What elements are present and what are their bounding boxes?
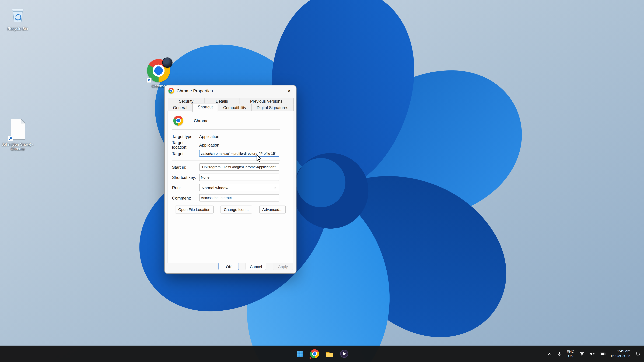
language-indicator[interactable]: ENG US (567, 350, 575, 358)
taskbar-center-icons (293, 347, 351, 361)
dialog-button-bar: OK Cancel Apply (218, 263, 293, 270)
desktop-icon-john-chrome[interactable]: John (Jon Snow) - Chrome (2, 118, 34, 151)
tab-strip-back-row: Security Details Previous Versions (168, 98, 293, 104)
tab-general[interactable]: General (168, 104, 193, 111)
divider (172, 129, 280, 130)
taskbar-chrome-button[interactable] (308, 347, 321, 361)
file-explorer-icon (325, 349, 334, 358)
target-location-label: Target location: (172, 140, 199, 149)
chevron-up-icon (547, 351, 552, 357)
notification-bell-icon (635, 351, 641, 357)
tab-digital-signatures[interactable]: Digital Signatures (251, 104, 294, 111)
icon-label: Recycle Bin (7, 26, 28, 31)
microphone-tray-button[interactable] (557, 346, 562, 362)
battery-icon (600, 351, 606, 357)
close-button[interactable]: ✕ (282, 85, 296, 96)
wifi-icon (579, 351, 585, 357)
battery-tray-button[interactable] (600, 346, 606, 362)
start-button[interactable] (293, 347, 306, 361)
shortcut-key-label: Shortcut key: (172, 175, 199, 180)
icon-label: Chrome (152, 84, 166, 88)
speaker-icon (590, 351, 595, 357)
target-input[interactable] (199, 150, 279, 157)
desktop-icon-chrome[interactable]: Chrome (144, 59, 172, 88)
taskbar-file-explorer-button[interactable] (323, 347, 336, 361)
run-dropdown-value: Normal window (202, 185, 228, 190)
start-in-label: Start in: (172, 165, 199, 169)
chrome-logo-icon (173, 116, 183, 126)
run-dropdown[interactable]: Normal window (199, 184, 279, 191)
comment-input[interactable] (199, 194, 279, 201)
icon-label: John (Jon Snow) - Chrome (2, 142, 34, 151)
tab-previous-versions[interactable]: Previous Versions (239, 98, 294, 104)
region-code: US (567, 354, 575, 358)
open-file-location-button[interactable]: Open File Location (175, 206, 214, 214)
taskbar: ENG US (0, 346, 644, 362)
taskbar-media-player-button[interactable] (338, 347, 351, 361)
microphone-icon (557, 351, 562, 357)
cancel-button[interactable]: Cancel (246, 263, 266, 270)
comment-label: Comment: (172, 196, 199, 200)
wallpaper-bloom (0, 0, 644, 362)
language-code: ENG (567, 350, 575, 354)
desktop: Recycle Bin Chrome John (Jon Snow) - Chr… (0, 0, 644, 362)
shortcut-key-input[interactable] (199, 174, 279, 181)
target-type-label: Target type: (172, 134, 199, 138)
clock[interactable]: 1:49 am 16 Oct 2025 (610, 349, 630, 359)
taskbar-system-tray: ENG US (547, 346, 641, 362)
time-text: 1:49 am (610, 349, 630, 354)
chrome-properties-dialog: Chrome Properties ✕ Security Details Pre… (164, 85, 296, 274)
recycle-bin-icon (8, 5, 27, 25)
desktop-icon-recycle-bin[interactable]: Recycle Bin (5, 5, 30, 31)
ok-button[interactable]: OK (218, 263, 239, 270)
notification-badge (309, 357, 312, 359)
tab-shortcut[interactable]: Shortcut (192, 103, 218, 112)
chrome-logo-icon (168, 88, 174, 93)
target-location-value: Application (199, 143, 219, 147)
tray-overflow-button[interactable] (547, 346, 552, 362)
start-in-input[interactable] (199, 163, 279, 171)
advanced-button[interactable]: Advanced... (259, 206, 286, 214)
target-type-value: Application (199, 134, 219, 138)
date-text: 16 Oct 2025 (610, 354, 630, 359)
tab-compatibility[interactable]: Compatibility (218, 104, 252, 111)
shortcut-tab-page: Target type: Application Target location… (168, 111, 293, 263)
divider (172, 160, 280, 160)
tab-strip-front-row: General Shortcut Compatibility Digital S… (168, 104, 293, 111)
target-label: Target: (172, 151, 199, 156)
dialog-titlebar[interactable]: Chrome Properties (165, 85, 296, 96)
notification-center-button[interactable] (635, 346, 641, 362)
volume-tray-button[interactable] (590, 346, 595, 362)
windows-start-icon (296, 350, 304, 358)
network-tray-button[interactable] (579, 346, 585, 362)
shortcut-name-field[interactable] (193, 118, 263, 123)
run-label: Run: (172, 185, 199, 190)
media-player-icon (340, 349, 349, 358)
dialog-title: Chrome Properties (176, 88, 213, 93)
change-icon-button[interactable]: Change Icon... (220, 206, 252, 214)
shortcut-arrow-icon (146, 78, 152, 83)
shortcut-arrow-icon (8, 136, 13, 141)
apply-button: Apply (273, 263, 293, 270)
profile-avatar-badge (162, 57, 172, 68)
chevron-down-icon (273, 186, 277, 189)
